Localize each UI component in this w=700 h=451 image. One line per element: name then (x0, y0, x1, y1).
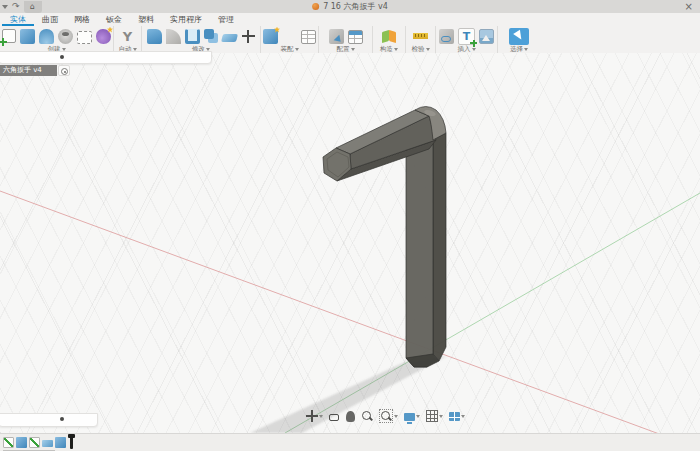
ribbon-group-icons (329, 27, 363, 45)
tab-plastic[interactable]: 塑料 (130, 13, 162, 26)
orbit-button[interactable] (305, 409, 324, 423)
orbit-icon (306, 410, 318, 422)
group-label-text: 检验 (412, 46, 425, 53)
group-label-text: 插入 (458, 46, 471, 53)
document-title: 7 16 六角扳手 v4 (323, 1, 388, 12)
group-label-text: 构造 (380, 46, 393, 53)
fusion-window: ↷ ⌂ 7 16 六角扳手 v4 × 实体曲面网格钣金塑料实用程序管理 创建Y自… (0, 0, 700, 451)
extrude-icon[interactable] (20, 29, 35, 44)
ribbon-group-automate: Y自动 (114, 26, 142, 53)
revolve-icon[interactable] (39, 29, 54, 44)
decal-icon[interactable] (439, 29, 454, 44)
timeline-feature-sketch[interactable] (29, 437, 40, 448)
ribbon-group-icons (2, 27, 111, 45)
timeline-playhead[interactable] (70, 436, 73, 449)
group-label-text: 选择 (510, 46, 523, 53)
canvas-icon[interactable] (479, 29, 494, 44)
grid-button[interactable] (425, 409, 444, 423)
split-icon[interactable] (221, 34, 238, 42)
ribbon-group-label[interactable]: 构造 (380, 45, 398, 53)
pan-icon (346, 411, 355, 422)
tab-sheet-metal[interactable]: 钣金 (98, 13, 130, 26)
ribbon-group-icons (509, 27, 529, 45)
fit-button[interactable] (378, 408, 399, 424)
handle-dot-icon (60, 55, 64, 59)
viewports-button[interactable] (448, 410, 466, 422)
home-button[interactable]: ⌂ (24, 1, 42, 13)
navigation-bar (305, 408, 466, 424)
tab-surface[interactable]: 曲面 (34, 13, 66, 26)
title-bar: ↷ ⌂ 7 16 六角扳手 v4 × (0, 0, 700, 14)
grid-icon (426, 410, 438, 422)
zoom-button[interactable] (360, 409, 374, 423)
ribbon-group-configure: 配置 (319, 26, 373, 53)
shell-icon[interactable] (185, 29, 200, 44)
insert-mesh-icon[interactable]: T (458, 28, 475, 45)
ribbon-group-label[interactable]: 检验 (412, 45, 430, 53)
viewport-canvas[interactable]: 六角扳手 v4 (0, 53, 700, 433)
ribbon-group-icons: T (439, 27, 494, 45)
tab-utilities[interactable]: 实用程序 (162, 13, 210, 26)
move-icon[interactable] (241, 29, 256, 44)
timeline-feature-extrude[interactable] (55, 437, 66, 448)
config-table-icon[interactable] (348, 30, 363, 44)
fit-icon (379, 409, 393, 423)
handle-dot-icon (60, 417, 64, 421)
select-icon[interactable] (509, 28, 529, 45)
pattern-icon[interactable] (77, 31, 92, 44)
tab-bar: 实体曲面网格钣金塑料实用程序管理 (0, 13, 700, 26)
automate-icon[interactable]: Y (120, 29, 135, 44)
document-tab[interactable]: 7 16 六角扳手 v4 (312, 0, 388, 13)
quick-access-toolbar: ↷ ⌂ (2, 0, 42, 13)
combine-icon[interactable] (204, 29, 214, 39)
browser-panel-handle[interactable] (0, 51, 212, 64)
status-bar (0, 433, 700, 451)
hole-icon[interactable] (58, 29, 73, 44)
visibility-eye-icon[interactable] (58, 65, 70, 76)
fillet-icon[interactable] (166, 29, 181, 44)
redo-icon[interactable]: ↷ (12, 0, 20, 13)
timeline-feature-sweep[interactable] (42, 440, 53, 447)
hex-key-model[interactable] (323, 107, 446, 368)
ribbon-group-icons (263, 27, 316, 45)
timeline-feature-sketch[interactable] (3, 437, 14, 448)
viewports-icon (449, 412, 460, 421)
timeline-panel-handle[interactable] (0, 413, 98, 427)
joint-icon[interactable] (282, 29, 297, 44)
chevron-down-icon (394, 415, 398, 420)
display-button[interactable] (403, 411, 421, 422)
unsaved-indicator-icon (312, 3, 319, 10)
ribbon-group-label[interactable]: 选择 (510, 45, 528, 53)
display-icon (404, 413, 415, 421)
construct-plane-icon[interactable] (382, 29, 397, 44)
close-icon[interactable]: × (685, 0, 693, 13)
tab-solid[interactable]: 实体 (2, 13, 34, 26)
press-pull-icon[interactable] (147, 29, 162, 44)
look-at-button[interactable] (328, 411, 340, 422)
measure-icon[interactable] (413, 29, 428, 44)
menu-caret-icon[interactable] (2, 5, 8, 12)
pan-button[interactable] (344, 410, 356, 423)
form-icon[interactable] (96, 29, 111, 44)
look-at-icon (329, 414, 339, 421)
ribbon-group-construct: 构造 (373, 26, 406, 53)
tab-manage[interactable]: 管理 (210, 13, 242, 26)
table-icon[interactable] (301, 30, 316, 44)
ribbon-group-icons (413, 27, 428, 45)
ribbon-group-label[interactable]: 装配 (281, 45, 299, 53)
ribbon-group-icons: Y (120, 27, 135, 45)
timeline-feature-extrude[interactable] (16, 437, 27, 448)
tab-mesh[interactable]: 网格 (66, 13, 98, 26)
ribbon-group-assemble: 装配 (261, 26, 319, 53)
home-icon: ⌂ (30, 2, 35, 11)
group-label-text: 配置 (337, 46, 350, 53)
create-sketch-icon[interactable] (2, 29, 16, 43)
ribbon-group-inspect: 检验 (406, 26, 436, 53)
timeline (3, 436, 73, 449)
ribbon-group-icons (382, 27, 397, 45)
browser-document-node[interactable]: 六角扳手 v4 (0, 65, 57, 76)
chevron-down-icon (416, 415, 420, 420)
new-component-icon[interactable] (263, 29, 278, 44)
configuration-icon[interactable] (329, 29, 344, 44)
chevron-down-icon (319, 415, 323, 420)
